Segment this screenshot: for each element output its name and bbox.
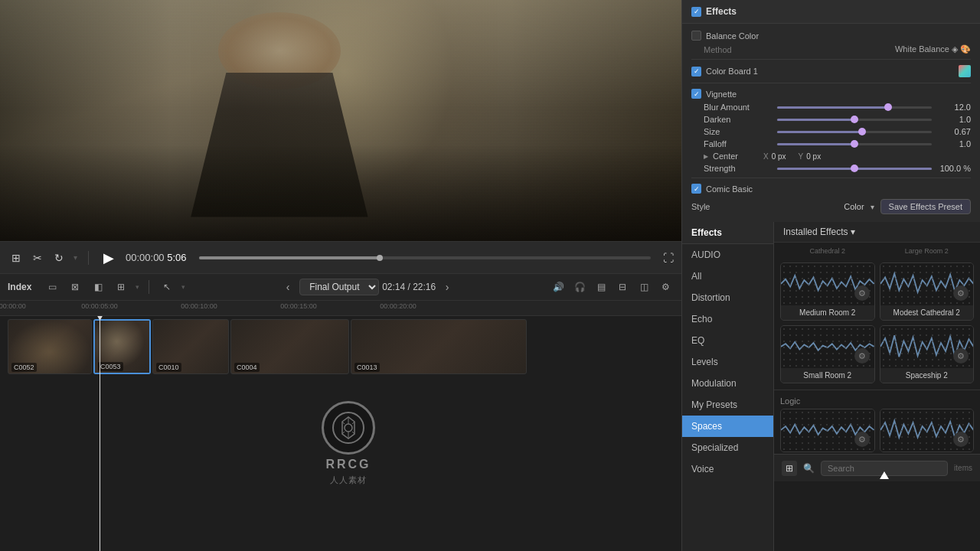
spaceship-2-gear[interactable]: ⚙	[953, 348, 969, 364]
blur-amount-row: Blur Amount 12.0	[691, 101, 971, 113]
color-board-checkbox[interactable]: ✓	[691, 67, 701, 77]
category-audio[interactable]: AUDIO	[682, 244, 773, 266]
size-track	[777, 131, 862, 133]
center-label: Center	[713, 152, 759, 161]
clip-icon[interactable]: ▭	[44, 279, 60, 295]
timeline-playhead[interactable]	[100, 316, 100, 551]
playhead-thumb[interactable]	[377, 255, 383, 261]
blur-thumb[interactable]	[884, 103, 892, 111]
select-icon[interactable]: ↖	[158, 279, 175, 295]
style-label: Style	[691, 202, 710, 211]
crop-tool-icon[interactable]: ⊞	[8, 249, 24, 266]
clip-c0004[interactable]: C0004	[230, 319, 349, 374]
playback-icons: ⊞ ✂ ↻ ▾	[8, 249, 79, 266]
balance-color-label: Balance Color	[706, 31, 782, 41]
blur-amount-label: Blur Amount	[704, 103, 773, 112]
nav-timecode: 02:14 / 22:16	[382, 282, 436, 292]
strength-thumb[interactable]	[851, 165, 858, 172]
medium-room-2-gear[interactable]: ⚙	[854, 285, 870, 301]
clip-c0010-label: C0010	[156, 363, 181, 372]
effects-checkbox[interactable]: ✓	[691, 7, 701, 17]
method-value: White Balance ◈ 🎨	[769, 44, 971, 54]
category-voice[interactable]: Voice	[682, 458, 773, 480]
style-chevron[interactable]: ▾	[871, 203, 874, 211]
blur-value: 12.0	[936, 103, 971, 112]
rotate-tool-icon[interactable]: ↻	[51, 249, 67, 266]
effect-modest-cathedral-2[interactable]: ⚙ Modest Cathedral 2	[880, 262, 975, 321]
clip-c0013-label: C0013	[354, 363, 380, 372]
medium-room-2-thumb: ⚙	[781, 263, 874, 305]
modest-cathedral-gear[interactable]: ⚙	[953, 285, 969, 301]
settings-icon[interactable]: ⚙	[657, 279, 674, 295]
falloff-thumb[interactable]	[851, 140, 858, 148]
clip-view-icon[interactable]: ⊟	[614, 279, 631, 295]
category-specialized[interactable]: Specialized	[682, 437, 773, 458]
logic-1-gear[interactable]: ⚙	[854, 432, 870, 447]
trim-icon[interactable]: ◧	[90, 279, 106, 295]
effect-small-room-2[interactable]: ⚙ Small Room 2	[780, 325, 875, 383]
overlay-icon[interactable]: ◫	[635, 279, 652, 295]
volume-icon[interactable]: 🔊	[550, 279, 567, 295]
trim-tool-icon[interactable]: ✂	[29, 249, 46, 266]
style-row: Style Color ▾ Save Effects Preset	[691, 196, 971, 217]
clip-c0052[interactable]: C0052	[8, 319, 92, 374]
effect-spaceship-2[interactable]: ⚙ Spaceship 2	[880, 325, 975, 383]
darken-track	[777, 119, 854, 121]
strength-slider-container: 100.0 %	[777, 164, 971, 173]
clip-c0013[interactable]: C0013	[351, 319, 527, 374]
falloff-slider[interactable]	[777, 143, 932, 145]
duration-bar[interactable]	[199, 256, 651, 259]
size-slider[interactable]	[777, 131, 932, 133]
size-slider-container: 0.67	[777, 127, 971, 136]
category-modulation[interactable]: Modulation	[682, 373, 773, 394]
effect-medium-room-2[interactable]: ⚙ Medium Room 2	[780, 262, 875, 321]
grid-icon[interactable]: ⊞	[113, 279, 129, 295]
color-board-swatch[interactable]	[959, 65, 971, 77]
logo-svg	[332, 411, 365, 445]
category-all[interactable]: All	[682, 266, 773, 287]
spaceship-2-thumb: ⚙	[880, 326, 974, 368]
size-thumb[interactable]	[858, 128, 866, 135]
split-icon[interactable]: ⊠	[67, 279, 83, 295]
clip-c0053[interactable]: C0053	[93, 319, 151, 374]
category-levels[interactable]: Levels	[682, 351, 773, 373]
ruler-15: 00:00:15:00	[280, 302, 317, 310]
center-triangle[interactable]: ▶	[704, 153, 708, 160]
blur-slider-container: 12.0	[777, 103, 971, 112]
nav-prev[interactable]: ‹	[279, 279, 296, 295]
fullscreen-button[interactable]: ⛶	[663, 252, 674, 264]
category-spaces[interactable]: Spaces	[682, 416, 773, 437]
logic-item-2[interactable]: ⚙	[880, 409, 975, 452]
category-my-presets[interactable]: My Presets	[682, 394, 773, 416]
footer-grid-icon[interactable]: ⊞	[782, 461, 797, 476]
category-eq[interactable]: EQ	[682, 330, 773, 351]
play-button[interactable]: ▶	[98, 247, 119, 269]
effects-controls: Balance Color Method White Balance ◈ 🎨 ✓…	[682, 24, 980, 222]
clip-c0010[interactable]: C0010	[152, 319, 229, 374]
ruler-5: 00:00:05:00	[81, 302, 118, 310]
darken-slider[interactable]	[777, 119, 932, 121]
strength-slider[interactable]	[777, 168, 932, 170]
small-room-2-gear[interactable]: ⚙	[854, 348, 870, 364]
category-echo[interactable]: Echo	[682, 308, 773, 330]
bottom-fade	[0, 145, 681, 241]
category-distortion[interactable]: Distortion	[682, 287, 773, 308]
small-room-2-thumb: ⚙	[781, 326, 874, 368]
blur-slider[interactable]	[777, 106, 932, 109]
balance-color-checkbox[interactable]	[691, 31, 701, 41]
vignette-checkbox[interactable]: ✓	[691, 89, 701, 99]
view-icon[interactable]: ▤	[593, 279, 609, 295]
sep2	[149, 280, 149, 294]
output-select[interactable]: Final Output	[299, 279, 379, 295]
save-preset-button[interactable]: Save Effects Preset	[880, 199, 971, 214]
coord-y-label: Y	[799, 152, 804, 161]
darken-thumb[interactable]	[851, 116, 858, 123]
logic-2-gear[interactable]: ⚙	[953, 432, 969, 447]
nav-next[interactable]: ›	[439, 279, 456, 295]
logo-subtitle: 人人素材	[330, 474, 367, 486]
installed-effects-label[interactable]: Installed Effects ▾	[783, 227, 855, 237]
logic-item-1[interactable]: ⚙	[780, 409, 875, 452]
search-input[interactable]	[821, 461, 948, 476]
comic-basic-checkbox[interactable]: ✓	[691, 184, 701, 194]
headphone-icon[interactable]: 🎧	[571, 279, 588, 295]
